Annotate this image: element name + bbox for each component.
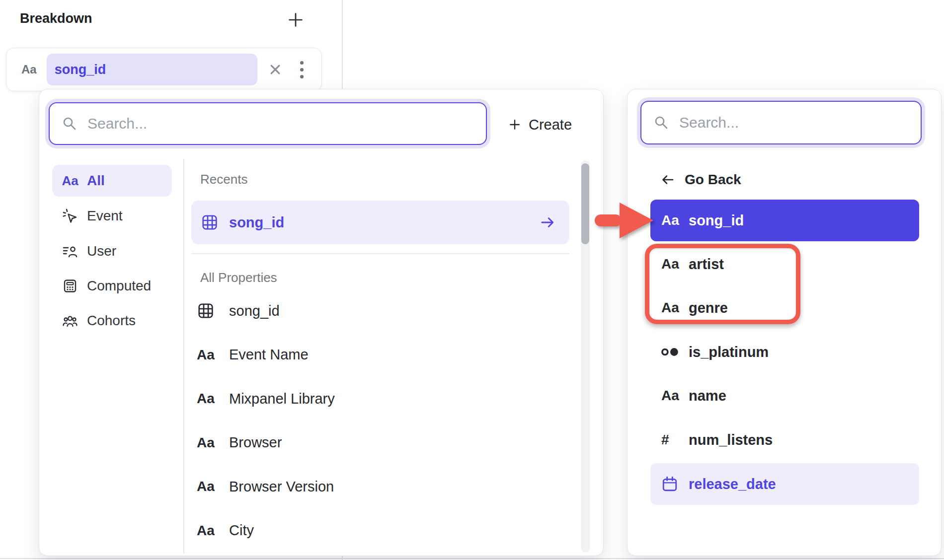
calendar-icon — [661, 476, 684, 492]
property-row-mixpanel-library[interactable]: Aa Mixpanel Library — [191, 377, 569, 421]
background-bottom-divider — [0, 558, 944, 559]
add-breakdown-button[interactable] — [287, 11, 305, 29]
text-type-icon: Aa — [661, 388, 684, 404]
create-label: Create — [529, 117, 572, 133]
breakdown-options-button[interactable] — [298, 59, 306, 80]
category-tab-all[interactable]: Aa All — [52, 165, 172, 197]
search-input[interactable] — [87, 115, 486, 132]
text-type-icon: Aa — [195, 347, 216, 363]
all-properties-section-header: All Properties — [191, 270, 569, 289]
category-tab-event[interactable]: Event — [52, 200, 172, 232]
property-row-event-name[interactable]: Aa Event Name — [191, 333, 569, 377]
property-row-browser-version[interactable]: Aa Browser Version — [191, 465, 569, 509]
text-type-icon: Aa — [195, 391, 216, 407]
sub-property-row-release-date[interactable]: release_date — [650, 463, 919, 505]
sub-property-row-song-id[interactable]: Aa song_id — [650, 200, 919, 241]
sub-property-panel: Go Back Aa song_id Aa artist Aa genre is… — [627, 89, 942, 556]
section-divider — [191, 253, 569, 254]
breakdown-section-title: Breakdown — [20, 11, 92, 26]
drill-in-arrow-icon — [539, 213, 556, 231]
table-grid-icon — [201, 214, 218, 231]
text-type-icon: Aa — [21, 63, 37, 76]
user-icon — [61, 243, 79, 259]
text-type-icon: Aa — [195, 479, 216, 494]
breakdown-chip[interactable]: song_id — [47, 54, 257, 85]
sidebar-divider — [183, 159, 184, 554]
sub-property-row-num-listens[interactable]: # num_listens — [650, 419, 919, 461]
sub-property-row-is-platinum[interactable]: is_platinum — [650, 331, 919, 373]
kebab-icon — [300, 61, 304, 65]
category-tab-user[interactable]: User — [52, 235, 172, 267]
back-arrow-icon — [660, 172, 676, 188]
search-icon — [653, 115, 669, 131]
go-back-button[interactable]: Go Back — [650, 168, 741, 192]
cohorts-icon — [61, 313, 79, 329]
recents-section-header: Recents — [191, 172, 569, 190]
event-icon — [61, 208, 79, 224]
table-grid-icon — [195, 302, 216, 319]
sub-property-row-artist[interactable]: Aa artist — [650, 243, 919, 285]
scrollbar-track[interactable] — [581, 160, 590, 553]
category-tab-computed[interactable]: Computed — [52, 270, 172, 302]
property-search-box — [49, 102, 487, 145]
breakdown-chip-label: song_id — [55, 62, 106, 77]
property-picker-panel: Create Aa All Event User Computed Cohort… — [39, 89, 604, 556]
breakdown-chip-card: Aa song_id — [6, 48, 322, 91]
property-row-song-id[interactable]: song_id — [191, 289, 569, 333]
scrollbar-thumb[interactable] — [581, 163, 589, 244]
property-row-browser[interactable]: Aa Browser — [191, 421, 569, 465]
text-type-icon: Aa — [661, 300, 684, 316]
recent-property-song-id[interactable]: song_id — [191, 201, 569, 244]
search-icon — [62, 116, 78, 132]
remove-breakdown-button[interactable] — [266, 61, 284, 78]
plus-icon — [287, 11, 305, 29]
computed-icon — [61, 278, 79, 294]
text-type-icon: Aa — [195, 523, 216, 539]
property-row-city[interactable]: Aa City — [191, 509, 569, 553]
property-list: Recents song_id All Properties song_id A… — [191, 159, 569, 553]
plus-icon — [508, 118, 522, 132]
text-type-icon: Aa — [661, 256, 684, 272]
close-icon — [266, 61, 284, 78]
text-type-icon: Aa — [61, 173, 79, 189]
create-property-button[interactable]: Create — [504, 107, 576, 142]
sub-property-row-genre[interactable]: Aa genre — [650, 287, 919, 329]
number-type-icon: # — [661, 432, 684, 448]
search-input[interactable] — [679, 114, 921, 131]
boolean-type-icon — [661, 346, 684, 358]
category-tab-cohorts[interactable]: Cohorts — [52, 305, 172, 337]
text-type-icon: Aa — [661, 212, 684, 228]
text-type-icon: Aa — [195, 435, 216, 451]
sub-property-search-box — [640, 101, 922, 144]
sub-property-row-name[interactable]: Aa name — [650, 375, 919, 417]
